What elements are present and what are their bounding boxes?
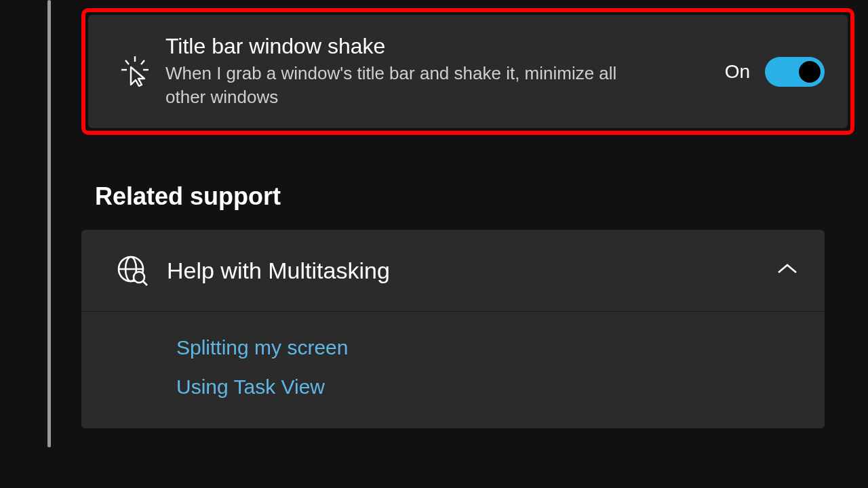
setting-title-bar-shake[interactable]: Title bar window shake When I grab a win… bbox=[88, 15, 848, 128]
support-card: Help with Multitasking Splitting my scre… bbox=[81, 230, 825, 428]
toggle-state-label: On bbox=[725, 61, 750, 83]
toggle-switch[interactable] bbox=[765, 57, 825, 87]
toggle-knob bbox=[799, 61, 821, 83]
svg-line-1 bbox=[125, 60, 129, 64]
related-support-heading: Related support bbox=[95, 182, 854, 211]
svg-line-2 bbox=[141, 60, 144, 64]
svg-point-8 bbox=[134, 272, 144, 283]
setting-description: When I grab a window's title bar and sha… bbox=[165, 62, 640, 109]
scrollbar[interactable] bbox=[47, 0, 51, 447]
support-title: Help with Multitasking bbox=[156, 258, 777, 284]
highlight-box: Title bar window shake When I grab a win… bbox=[81, 8, 854, 135]
support-link-splitting-screen[interactable]: Splitting my screen bbox=[176, 336, 797, 359]
cursor-click-icon bbox=[111, 56, 159, 87]
setting-title: Title bar window shake bbox=[165, 34, 705, 59]
globe-search-icon bbox=[108, 254, 156, 287]
support-body: Splitting my screen Using Task View bbox=[81, 311, 825, 428]
chevron-up-icon bbox=[777, 263, 797, 278]
support-header[interactable]: Help with Multitasking bbox=[81, 230, 825, 311]
settings-content: Title bar window shake When I grab a win… bbox=[81, 0, 854, 428]
support-link-using-task-view[interactable]: Using Task View bbox=[176, 375, 797, 399]
svg-line-9 bbox=[143, 281, 147, 285]
